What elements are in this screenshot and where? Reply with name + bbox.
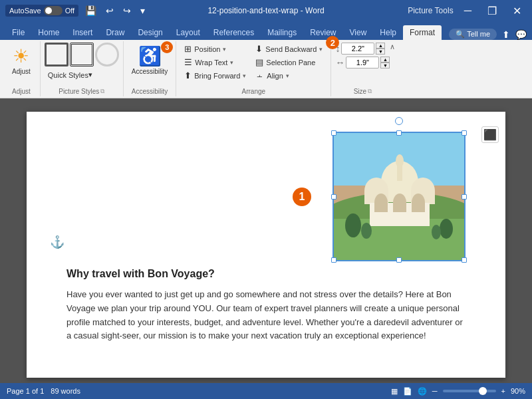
zoom-slider[interactable] <box>443 390 496 392</box>
accessibility-button[interactable]: 3 ♿ Accessibility <box>128 43 172 78</box>
tab-file[interactable]: File <box>5 25 31 40</box>
size-col: ↕ 2 ▲ ▼ ↔ ▲ ▼ <box>335 43 390 68</box>
size-expand-icon[interactable]: ⧉ <box>368 88 372 95</box>
more-button[interactable]: ▾ <box>138 4 148 17</box>
autosave-box: AutoSave Off <box>5 5 78 17</box>
adjust-group-content: ☀ Adjust <box>7 43 36 86</box>
height-up[interactable]: ▲ <box>376 43 385 49</box>
word-count: 89 words <box>51 387 80 395</box>
anchor-icon: ⚓ <box>50 235 65 249</box>
picture-styles-expand-icon[interactable]: ⧉ <box>100 88 104 95</box>
image-placeholder[interactable] <box>332 132 466 261</box>
width-spin[interactable]: ▲ ▼ <box>380 57 390 68</box>
wrap-layout-icon[interactable]: ⬛ <box>481 126 499 143</box>
adjust-label: Adjust <box>12 68 31 75</box>
tab-format[interactable]: Format <box>403 25 442 40</box>
layout-view-icon[interactable]: ▦ <box>391 387 398 396</box>
adjust-group-label: Adjust <box>7 86 36 95</box>
accessibility-label: Accessibility <box>132 68 168 75</box>
collapse-ribbon-button[interactable]: ∧ <box>390 43 395 51</box>
wrap-text-icon: ☰ <box>184 57 192 67</box>
image-container[interactable]: 1 ⬛ <box>332 132 466 261</box>
ribbon: ☀ Adjust Adjust Quick Styles ▾ Picture S <box>0 40 532 98</box>
svg-rect-13 <box>393 203 406 212</box>
accessibility-content: 3 ♿ Accessibility <box>128 43 172 86</box>
zoom-plus-button[interactable]: + <box>501 387 505 395</box>
tab-home[interactable]: Home <box>31 25 66 40</box>
height-input[interactable] <box>341 43 374 55</box>
svg-point-21 <box>432 225 441 239</box>
picture-styles-content: Quick Styles ▾ <box>45 43 119 86</box>
style-thumb-2[interactable] <box>70 43 94 66</box>
picture-styles-group: Quick Styles ▾ Picture Styles ⧉ <box>41 41 124 96</box>
zoom-minus-button[interactable]: ─ <box>432 387 438 395</box>
bring-forward-button[interactable]: ⬆ Bring Forward ▾ <box>180 69 250 82</box>
wrap-text-button[interactable]: ☰ Wrap Text ▾ <box>180 56 250 68</box>
tab-help[interactable]: Help <box>373 25 403 40</box>
tab-draw[interactable]: Draw <box>99 25 131 40</box>
comment-icon[interactable]: 💬 <box>515 29 527 40</box>
document-body[interactable]: Have you ever wanted to just get up and … <box>66 288 466 343</box>
quick-styles-button[interactable]: Quick Styles ▾ <box>45 68 96 81</box>
tab-view[interactable]: View <box>343 25 374 40</box>
position-label: Position <box>194 45 220 53</box>
align-label: Align <box>267 72 283 80</box>
undo-button[interactable]: ↩ <box>103 4 116 17</box>
svg-rect-15 <box>412 203 425 212</box>
style-thumb-1[interactable] <box>45 43 68 66</box>
badge-1: 1 <box>293 188 311 206</box>
restore-button[interactable]: ❐ <box>482 3 502 19</box>
align-button[interactable]: ⫠ Align ▾ <box>251 69 327 82</box>
rotate-handle[interactable] <box>395 117 403 125</box>
svg-point-17 <box>396 154 404 168</box>
status-right: ▦ 📄 🌐 ─ + 90% <box>391 387 525 396</box>
width-icon: ↔ <box>335 57 344 68</box>
save-button[interactable]: 💾 <box>82 4 99 17</box>
width-input[interactable] <box>346 57 379 68</box>
accessibility-icon: ♿ <box>138 45 162 67</box>
autosave-toggle[interactable] <box>44 6 63 15</box>
selection-pane-icon: ▤ <box>255 57 263 67</box>
send-backward-icon: ⬇ <box>255 44 263 54</box>
autosave-state: Off <box>65 7 74 15</box>
bring-forward-dropdown-icon: ▾ <box>243 72 246 79</box>
height-down[interactable]: ▼ <box>376 49 385 55</box>
arrange-content: ⊞ Position ▾ ☰ Wrap Text ▾ ⬆ Bring Forwa… <box>180 43 327 86</box>
tab-design[interactable]: Design <box>131 25 169 40</box>
width-up[interactable]: ▲ <box>380 57 390 63</box>
picture-styles-label: Picture Styles ⧉ <box>45 86 119 95</box>
titlebar-left: AutoSave Off 💾 ↩ ↪ ▾ <box>5 4 179 17</box>
size-group: ↕ 2 ▲ ▼ ↔ ▲ ▼ Si <box>331 41 394 96</box>
statusbar: Page 1 of 1 89 words ▦ 📄 🌐 ─ + 90% <box>0 383 532 399</box>
web-view-icon[interactable]: 🌐 <box>418 387 427 396</box>
redo-button[interactable]: ↪ <box>120 4 134 17</box>
zoom-percent[interactable]: 90% <box>511 387 525 395</box>
quick-styles-dropdown-icon: ▾ <box>88 70 92 79</box>
toggle-knob <box>45 7 52 14</box>
selection-pane-button[interactable]: ▤ Selection Pane <box>251 56 327 68</box>
minimize-button[interactable]: ─ <box>459 3 477 18</box>
page: 1 ⬛ ⚓ Why travel with Bon Voyage? Have y… <box>27 112 505 378</box>
tab-mailings[interactable]: Mailings <box>261 25 303 40</box>
share-icon[interactable]: ⬆ <box>502 29 510 40</box>
ribbon-tabs: File Home Insert Draw Design Layout Refe… <box>0 21 532 40</box>
tab-insert[interactable]: Insert <box>66 25 99 40</box>
align-dropdown-icon: ▾ <box>286 72 289 79</box>
tab-references[interactable]: References <box>207 25 261 40</box>
read-view-icon[interactable]: 📄 <box>403 387 412 396</box>
tab-layout[interactable]: Layout <box>170 25 207 40</box>
send-backward-dropdown-icon: ▾ <box>319 46 323 53</box>
accessibility-group-label: Accessibility <box>128 86 172 95</box>
ribbon-right: 🔍 Tell me ⬆ 💬 <box>449 29 527 40</box>
send-backward-button[interactable]: ⬇ Send Backward ▾ <box>251 43 327 55</box>
tell-me-input[interactable]: 🔍 Tell me <box>449 29 497 40</box>
style-thumb-3[interactable] <box>95 43 119 66</box>
close-button[interactable]: ✕ <box>507 3 527 19</box>
svg-point-20 <box>361 223 372 239</box>
document-heading: Why travel with Bon Voyage? <box>66 268 466 280</box>
adjust-button[interactable]: ☀ Adjust <box>7 43 36 78</box>
titlebar-center: 12-position-and-text-wrap - Word <box>179 6 352 15</box>
width-down[interactable]: ▼ <box>380 63 390 68</box>
height-spin[interactable]: ▲ ▼ <box>376 43 385 55</box>
position-button[interactable]: ⊞ Position ▾ <box>180 43 250 55</box>
